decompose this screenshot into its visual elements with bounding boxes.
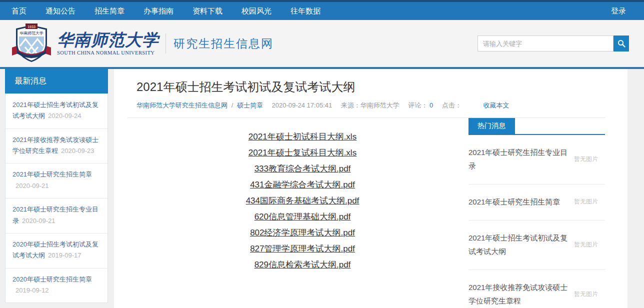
publish-datetime: 2020-09-24 17:05:41 bbox=[272, 102, 332, 109]
comments-count: 0 bbox=[430, 102, 433, 109]
list-item[interactable]: 2021年硕士招生考试初试及复试考试大纲 暂无图片 bbox=[468, 220, 605, 270]
site-header: 1933 华南师范大学 华南师范大学 SOUTH CHINA NORMAL UN… bbox=[0, 20, 644, 67]
svg-text:华南师范大学: 华南师范大学 bbox=[20, 31, 44, 36]
no-image-placeholder: 暂无图片 bbox=[574, 240, 605, 249]
latest-item-date: 2020-09-21 bbox=[22, 217, 56, 224]
nav-item-past-data[interactable]: 往年数据 bbox=[284, 6, 327, 16]
search-bar bbox=[478, 36, 629, 52]
hot-item-title: 2021年硕士研究生招生简章 bbox=[468, 195, 574, 208]
attachment-list: 2021年硕士初试科目大纲.xls 2021年硕士复试科目大纲.xls 333教… bbox=[136, 118, 468, 308]
latest-item-date: 2019-09-17 bbox=[48, 252, 82, 259]
latest-item-date: 2020-09-21 bbox=[16, 182, 49, 190]
nav-item-home[interactable]: 首页 bbox=[5, 6, 33, 16]
attachment-link[interactable]: 620信息管理基础大纲.pdf bbox=[254, 212, 351, 222]
breadcrumb-category-link[interactable]: 硕士简章 bbox=[237, 102, 263, 109]
university-crest-logo[interactable]: 1933 华南师范大学 bbox=[10, 24, 53, 64]
no-image-placeholder: 暂无图片 bbox=[574, 290, 605, 298]
content-panel: 2021年硕士招生考试初试及复试考试大纲 华南师范大学研究生招生信息网 / 硕士… bbox=[114, 69, 628, 308]
attachment-link[interactable]: 827管理学原理考试大纲.pdf bbox=[250, 244, 355, 254]
list-item[interactable]: 2021年硕士招生考试初试及复试考试大纲2020-09-24 bbox=[6, 94, 108, 128]
list-item[interactable]: 2021年硕士研究生招生专业目录2020-09-21 bbox=[6, 198, 108, 233]
header-divider bbox=[166, 34, 166, 54]
attachment-link[interactable]: 431金融学综合考试大纲.pdf bbox=[250, 180, 355, 190]
list-item[interactable]: 2020年硕士研究生招生简章2019-09-12 bbox=[6, 268, 108, 303]
search-icon bbox=[618, 40, 626, 48]
attachment-link[interactable]: 2021年硕士初试科目大纲.xls bbox=[248, 132, 356, 142]
latest-item-date: 2019-09-12 bbox=[16, 286, 49, 294]
latest-item-date: 2020-09-23 bbox=[61, 147, 94, 154]
breadcrumb-separator: / bbox=[232, 102, 234, 109]
hot-news-tab-row: 热门消息 bbox=[468, 118, 605, 135]
top-navbar: 首页 通知公告 招生简章 办事指南 资料下载 校园风光 往年数据 登录 bbox=[0, 2, 644, 20]
no-image-placeholder: 暂无图片 bbox=[574, 155, 605, 164]
nav-item-procedures[interactable]: 办事指南 bbox=[137, 6, 180, 16]
svg-text:1933: 1933 bbox=[28, 25, 36, 28]
article-header: 2021年硕士招生考试初试及复试考试大纲 华南师范大学研究生招生信息网 / 硕士… bbox=[114, 69, 628, 118]
latest-item-title: 2020年硕士研究生招生简章 bbox=[12, 276, 92, 283]
search-input[interactable] bbox=[478, 36, 614, 52]
list-item[interactable]: 2021年接收推荐免试攻读硕士学位研究生章程2020-09-23 bbox=[6, 128, 108, 164]
article-body: 2021年硕士初试科目大纲.xls 2021年硕士复试科目大纲.xls 333教… bbox=[114, 118, 628, 308]
main-region: 2021年硕士招生考试初试及复试考试大纲 华南师范大学研究生招生信息网 / 硕士… bbox=[0, 69, 644, 308]
comments-label: 评论： bbox=[408, 102, 428, 109]
university-name-cn: 华南师范大学 bbox=[57, 32, 159, 49]
attachment-link[interactable]: 802经济学原理考试大纲.pdf bbox=[250, 228, 355, 238]
breadcrumb-site-link[interactable]: 华南师范大学研究生招生信息网 bbox=[136, 102, 228, 109]
latest-news-header: 最新消息 bbox=[5, 69, 108, 94]
page: 首页 通知公告 招生简章 办事指南 资料下载 校园风光 往年数据 登录 1933… bbox=[0, 0, 644, 308]
attachment-link[interactable]: 333教育综合考试大纲.pdf bbox=[254, 164, 351, 174]
favorite-link[interactable]: 收藏本文 bbox=[484, 102, 510, 109]
list-item[interactable]: 2021年硕士研究生招生简章 暂无图片 bbox=[468, 184, 605, 220]
list-item[interactable]: 2021年硕士研究生招生简章2020-09-21 bbox=[6, 163, 108, 198]
hot-news-tab[interactable]: 热门消息 bbox=[468, 118, 515, 134]
list-item[interactable]: 2021年硕士研究生招生专业目录 暂无图片 bbox=[468, 135, 605, 184]
nav-item-notices[interactable]: 通知公告 bbox=[39, 6, 82, 16]
hot-item-title: 2021年硕士研究生招生专业目录 bbox=[468, 146, 574, 172]
page-title: 2021年硕士招生考试初试及复试考试大纲 bbox=[136, 79, 605, 95]
site-name: 研究生招生信息网 bbox=[174, 36, 274, 52]
clicks-label: 点击： bbox=[442, 102, 462, 109]
latest-news-widget: 最新消息 2021年硕士招生考试初试及复试考试大纲2020-09-24 2021… bbox=[5, 69, 108, 303]
attachment-link[interactable]: 434国际商务基础考试大纲.pdf bbox=[246, 196, 360, 206]
nav-item-admission-guide[interactable]: 招生简章 bbox=[88, 6, 131, 16]
search-button[interactable] bbox=[614, 36, 629, 52]
list-item[interactable]: 2020年硕士招生考试初试及复试考试大纲2019-09-17 bbox=[6, 233, 108, 268]
latest-item-title: 2021年硕士研究生招生简章 bbox=[12, 170, 92, 178]
hot-news-widget: 热门消息 2021年硕士研究生招生专业目录 暂无图片 2021年硕士研究生招生简… bbox=[468, 118, 605, 308]
attachment-link[interactable]: 829信息检索考试大纲.pdf bbox=[254, 260, 351, 270]
hot-item-title: 2021年接收推荐免试攻读硕士学位研究生章程 bbox=[468, 280, 574, 308]
login-link[interactable]: 登录 bbox=[611, 6, 639, 16]
attachment-link[interactable]: 2021年硕士复试科目大纲.xls bbox=[248, 148, 356, 158]
list-item[interactable]: 2021年接收推荐免试攻读硕士学位研究生章程 暂无图片 bbox=[468, 270, 605, 308]
university-name-en: SOUTH CHINA NORMAL UNIVERSITY bbox=[57, 50, 159, 56]
article-source: 来源：华南师范大学 bbox=[341, 102, 400, 109]
nav-item-downloads[interactable]: 资料下载 bbox=[186, 6, 229, 16]
logo-text-block: 华南师范大学 SOUTH CHINA NORMAL UNIVERSITY bbox=[57, 32, 159, 56]
hot-item-title: 2021年硕士招生考试初试及复试考试大纲 bbox=[468, 231, 574, 258]
latest-item-date: 2020-09-24 bbox=[48, 112, 82, 120]
article-meta: 华南师范大学研究生招生信息网 / 硕士简章 2020-09-24 17:05:4… bbox=[136, 101, 605, 110]
nav-item-campus[interactable]: 校园风光 bbox=[235, 6, 278, 16]
no-image-placeholder: 暂无图片 bbox=[574, 198, 605, 206]
